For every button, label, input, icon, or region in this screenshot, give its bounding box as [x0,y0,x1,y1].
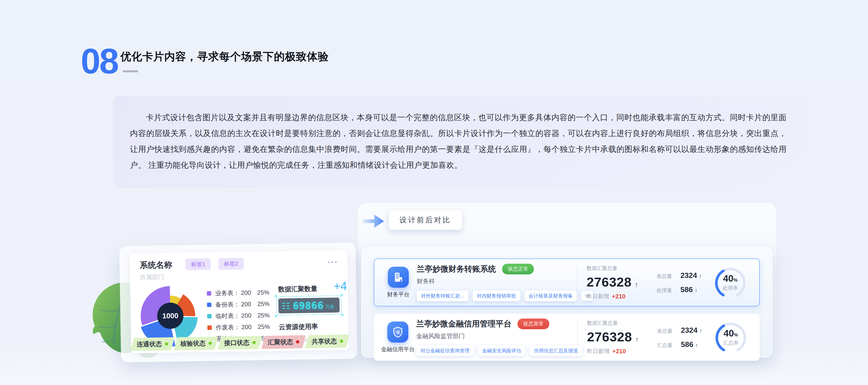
section-number-underline [123,70,138,72]
stat-label: 表总量 [657,273,678,280]
function-tag[interactable]: 对内财务报销审批 [473,290,520,301]
status-badge-verify: 核验状态 [174,336,219,350]
gauge-label: 处理率 [712,285,749,292]
aggregation-unit: 万条 [326,304,334,310]
system-row[interactable]: 财务平台 兰亭妙微财务转账系统 状态正常 财务科 对外财务转账汇款... 对内财… [374,259,760,307]
status-label: 共享状态 [311,337,337,346]
vertical-divider [577,265,577,300]
legend-swatch [208,325,212,330]
cloud-usage-label: 云资源使用率 [279,322,342,331]
platform-label: 财务平台 [387,291,409,298]
yesterday-value: +210 [612,348,626,355]
status-badge-content: 连通状态 [137,340,168,349]
gauge-text: 40% 处理率 [712,273,749,292]
status-badge-content: 接口状态 [224,338,256,347]
intro-text: 卡片式设计包含图片以及文案并且有明显边界的信息区块，本身可以是一个完整的信息区块… [130,109,786,173]
up-arrow-icon: ↑ [695,342,698,348]
system-status-badge: 状态正常 [502,264,534,275]
system-icon-column: 财务平台 [381,267,416,298]
svg-text:信: 信 [396,330,400,334]
up-arrow-icon: ↑ [635,281,638,289]
yesterday-row: 昨日新增 +210 [587,347,657,355]
section-title: 优化卡片内容，寻求每个场景下的极致体验 [120,50,329,64]
system-tags: 对外财务转账汇款... 对内财务报销审批 会计核算及财务报备 +2 [417,290,576,301]
compare-arrow-icon [362,213,384,230]
selection-handle[interactable] [275,295,277,297]
up-arrow-icon: ↑ [694,287,698,293]
function-tag[interactable]: 金融安全风险评估 [478,345,525,356]
tag-chip-2[interactable]: 标签2 [218,258,244,270]
function-tag[interactable]: 会计核算及财务报备 [525,290,577,301]
system-icon-column: 信 金融信用平台 [380,322,415,353]
aggregation-label: 数据汇聚数量 [278,284,317,294]
up-arrow-icon: ↑ [699,328,702,334]
stat-value: 2324 [681,326,698,334]
gauge-value: 40 [723,273,734,284]
secondary-stats-block: 表总量 2324 ↑ 汇总量 586 ↑ [657,326,712,349]
system-status-badge: 状态异常 [518,319,549,329]
tag-chip-1[interactable]: 标签1 [185,258,211,270]
stat-value: 586 [680,285,693,294]
legend-swatch [207,302,211,307]
legend-percent: 25% [257,323,270,331]
legend-percent: 25% [257,289,270,296]
donut-total-value: 1000 [162,312,178,320]
stat-label: 处理量 [657,287,678,294]
before-design-card: 系统名称 标签1 标签2 ··· 所属部门 1000 [130,250,349,353]
status-badge-content: 核验状态 [180,339,212,348]
legend-label: 备份表： [215,300,241,309]
list-dashes-icon [282,303,289,309]
stat-value: 586 [681,340,693,349]
gauge-label: 汇总率 [712,340,749,347]
function-tag[interactable]: 对公金融征信查询管理 [416,345,474,356]
total-value: 276328 [587,330,632,344]
status-dot [296,340,299,344]
compare-label-button[interactable]: 设计前后对比 [389,210,462,230]
system-tags: 对公金融征信查询管理 金融安全风险评估 信用信息汇总及报送 [416,345,576,356]
legend-item: 业务表： 200 25% [207,288,270,297]
status-badge-content: 汇聚状态 [268,338,300,347]
total-value-row: 276328 ↑ [587,276,657,289]
department-placeholder: 所属部门 [140,270,338,281]
stat-row: 汇总量 586 ↑ [657,340,712,349]
system-row[interactable]: 信 金融信用平台 兰亭妙微金融信用管理平台 状态异常 金融风险监管部门 对公金融… [374,314,760,361]
legend-item: 作废表： 200 25% [207,323,270,332]
status-label: 汇聚状态 [268,338,293,347]
status-dot [252,341,256,344]
more-actions-icon[interactable]: ··· [328,260,338,265]
system-title-row: 兰亭妙微财务转账系统 状态正常 [417,264,576,275]
legend-percent: 25% [257,300,270,308]
legend-label: 临时表： [216,312,242,320]
status-badge-content: 共享状态 [311,337,343,346]
status-badge-aggregate: 汇聚状态 [261,335,306,349]
gauge-block: 40% 处理率 [712,264,755,301]
legend-value: 200 [241,300,254,308]
platform-label: 金融信用平台 [381,346,415,353]
up-arrow-icon: ↑ [635,335,639,344]
selection-handle[interactable] [341,294,343,296]
gauge-unit: % [733,278,738,283]
stat-label: 汇总量 [657,342,678,349]
secondary-stats-block: 表总量 2324 ↑ 处理量 586 ↑ [657,271,712,294]
legend-label: 业务表： [215,289,241,297]
legend-item: 临时表： 200 25% [207,311,270,320]
legend-swatch [207,314,212,319]
yesterday-label: 昨日新增 [587,293,609,300]
system-title-row: 兰亭妙微金融信用管理平台 状态异常 [416,319,576,329]
finance-building-icon [388,267,409,288]
status-label: 接口状态 [224,338,249,347]
status-dot [340,340,343,343]
status-badge-connect: 连通状态 [130,337,175,351]
stat-row: 处理量 586 ↑ [657,285,712,294]
total-value-row: 276328 ↑ [587,330,657,344]
selection-handle[interactable] [275,315,277,317]
legend-item: 备份表： 200 25% [207,300,270,309]
selection-handle[interactable] [341,314,343,316]
function-tag[interactable]: 对外财务转账汇款... [417,290,468,301]
function-tag[interactable]: 信用信息汇总及报送 [530,345,582,356]
aggregation-counter-selected[interactable]: 69866 万条 [278,297,340,313]
status-dot [165,342,168,346]
building-icon [392,271,405,284]
legend-value: 200 [241,312,254,319]
gauge-value: 40 [723,328,734,338]
